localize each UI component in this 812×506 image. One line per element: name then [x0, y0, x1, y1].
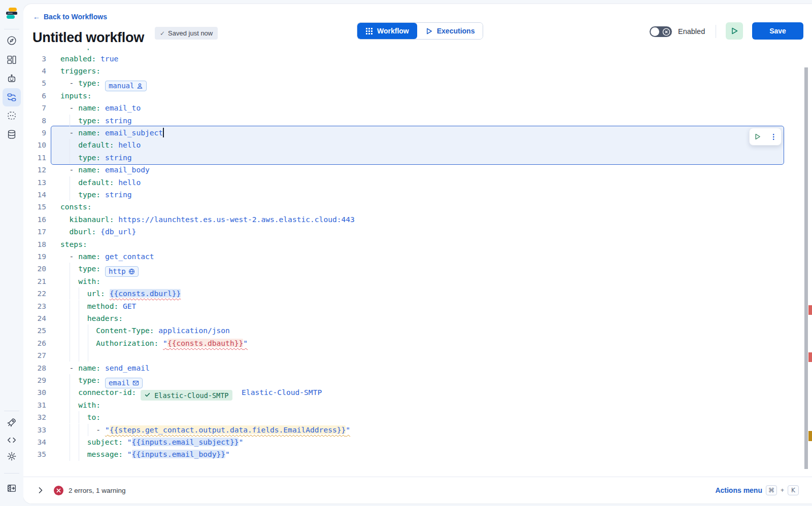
code-line-14[interactable]: 14 type: string [23, 189, 812, 201]
sidebar-item-assistant[interactable] [3, 69, 21, 88]
code-line-content: to: [60, 411, 100, 423]
line-number[interactable]: 2 [23, 49, 46, 53]
arrow-left-icon: ← [33, 13, 40, 21]
line-number[interactable]: 23 [23, 300, 46, 312]
line-number[interactable]: 8 [23, 115, 46, 127]
sidebar-item-dev-tools[interactable] [3, 431, 21, 449]
run-workflow-button[interactable] [726, 22, 743, 40]
line-number[interactable]: 21 [23, 275, 46, 287]
line-number[interactable]: 4 [23, 65, 46, 77]
yaml-value: send email to a contact [118, 49, 221, 50]
line-number[interactable]: 7 [23, 102, 46, 114]
code-line-28[interactable]: 28 - name: send_email [23, 362, 812, 375]
code-line-22[interactable]: 22 url: {{consts.dburl}} [23, 287, 812, 300]
code-line-7[interactable]: 7 - name: email_to [23, 102, 812, 115]
sidebar-item-settings[interactable] [3, 447, 21, 465]
code-line-33[interactable]: 33 - "{{steps.get_contact.output.data.fi… [23, 424, 812, 437]
line-number[interactable]: 22 [23, 287, 46, 300]
line-number[interactable]: 20 [23, 263, 46, 275]
line-number[interactable]: 31 [23, 399, 46, 411]
tab-executions[interactable]: Executions [417, 23, 483, 39]
line-number[interactable]: 33 [23, 424, 46, 436]
line-number[interactable]: 3 [23, 53, 46, 65]
code-line-content: default: hello [60, 176, 141, 189]
code-line-17[interactable]: 17 dburl: {db_url} [23, 226, 812, 238]
code-line-6[interactable]: 6inputs: [23, 90, 812, 102]
code-line-27[interactable]: 27 [23, 349, 812, 362]
run-step-button[interactable] [752, 131, 764, 143]
code-line-32[interactable]: 32 to: [23, 411, 812, 424]
line-number[interactable]: 15 [23, 201, 46, 213]
line-number[interactable]: 19 [23, 250, 46, 263]
code-line-24[interactable]: 24 headers: [23, 312, 812, 325]
line-number[interactable]: 25 [23, 324, 46, 337]
code-line-30[interactable]: 30 connector-id: Elastic-Cloud-SMTP Elas… [23, 386, 812, 399]
sidebar-item-discover[interactable] [3, 31, 21, 50]
code-line-18[interactable]: 18steps: [23, 238, 812, 251]
code-line-8[interactable]: 8 type: string [23, 115, 812, 127]
code-line-35[interactable]: 35 message: "{{inputs.email_body}}" [23, 448, 812, 461]
line-number[interactable]: 32 [23, 411, 46, 423]
step-hover-toolbar [749, 128, 782, 146]
code-line-26[interactable]: 26 Authorization: "{{consts.dbauth}}" [23, 337, 812, 350]
line-number[interactable]: 13 [23, 176, 46, 189]
line-number[interactable]: 18 [23, 238, 46, 250]
line-number[interactable]: 12 [23, 164, 46, 176]
step-menu-button[interactable] [767, 131, 780, 143]
yaml-editor[interactable]: 2description: send email to a contact3en… [23, 49, 812, 477]
code-line-20[interactable]: 20 type: http [23, 263, 812, 275]
code-line-15[interactable]: 15consts: [23, 201, 812, 213]
line-number[interactable]: 16 [23, 213, 46, 226]
yaml-value: GET [123, 302, 136, 310]
sidebar-item-collapse-nav[interactable] [3, 479, 21, 497]
code-line-9[interactable]: 9 - name: email_subject [23, 127, 812, 139]
code-line-21[interactable]: 21 with: [23, 275, 812, 288]
line-number[interactable]: 26 [23, 337, 46, 349]
code-line-23[interactable]: 23 method: GET [23, 300, 812, 313]
code-line-11[interactable]: 11 type: string [23, 152, 812, 164]
saved-status-badge: ✓ Saved just now [155, 27, 218, 40]
code-line-10[interactable]: 10 default: hello [23, 139, 812, 152]
back-to-workflows-link[interactable]: ← Back to Workflows [33, 13, 107, 21]
sidebar-item-data[interactable] [3, 125, 21, 143]
line-number[interactable]: 29 [23, 374, 46, 386]
line-number[interactable]: 34 [23, 436, 46, 448]
line-number[interactable]: 28 [23, 362, 46, 374]
code-line-12[interactable]: 12 - name: email_body [23, 164, 812, 176]
code-line-13[interactable]: 13 default: hello [23, 176, 812, 189]
expand-problems-button[interactable] [37, 486, 45, 494]
code-line-34[interactable]: 34 subject: "{{inputs.email_subject}}" [23, 436, 812, 449]
code-line-content: description: send email to a contact [60, 49, 221, 53]
code-line-content: - name: email_body [60, 164, 150, 176]
code-line-19[interactable]: 19 - name: get_contact [23, 250, 812, 263]
line-number[interactable]: 35 [23, 448, 46, 460]
line-number[interactable]: 10 [23, 139, 46, 151]
enabled-toggle[interactable] [650, 26, 672, 37]
line-number[interactable]: 14 [23, 189, 46, 201]
code-line-3[interactable]: 3enabled: true [23, 53, 812, 65]
editor-scrollbar[interactable] [804, 67, 808, 469]
yaml-key: type: [78, 190, 105, 199]
sidebar-item-workflows[interactable] [3, 88, 21, 106]
sidebar-item-agents[interactable] [3, 106, 21, 125]
code-line-31[interactable]: 31 with: [23, 399, 812, 412]
line-number[interactable]: 30 [23, 386, 46, 399]
tab-workflow[interactable]: Workflow [357, 23, 417, 39]
line-number[interactable]: 24 [23, 312, 46, 324]
line-number[interactable]: 6 [23, 90, 46, 102]
line-number[interactable]: 11 [23, 152, 46, 164]
play-icon [756, 134, 760, 139]
line-number[interactable]: 27 [23, 349, 46, 362]
actions-menu-button[interactable]: Actions menu [715, 486, 762, 494]
code-line-4[interactable]: 4triggers: [23, 65, 812, 78]
code-line-29[interactable]: 29 type: email [23, 374, 812, 387]
sidebar-item-getting-started[interactable] [3, 413, 21, 431]
line-number[interactable]: 9 [23, 127, 46, 139]
save-button[interactable]: Save [752, 22, 803, 40]
code-line-16[interactable]: 16 kibanaurl: https://launchtest.es.us-w… [23, 213, 812, 226]
line-number[interactable]: 5 [23, 77, 46, 89]
sidebar-item-dashboards[interactable] [3, 51, 21, 69]
line-number[interactable]: 17 [23, 226, 46, 238]
code-line-25[interactable]: 25 Content-Type: application/json [23, 324, 812, 337]
code-line-5[interactable]: 5 - type: manual [23, 77, 812, 90]
